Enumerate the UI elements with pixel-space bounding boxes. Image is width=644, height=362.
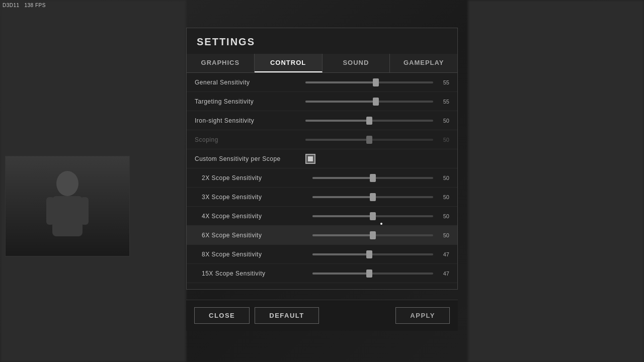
slider-value-iron-sight: 50 bbox=[437, 118, 449, 124]
slider-area-scope-8x: 47 bbox=[312, 251, 449, 257]
section-common: COMMON bbox=[187, 283, 457, 289]
row-scope-15x: 15X Scope Sensitivity 47 bbox=[187, 264, 457, 283]
slider-area-scope-2x: 50 bbox=[312, 175, 449, 181]
svg-rect-2 bbox=[46, 197, 54, 225]
settings-content: General Sensitivity 55 Targeting Sensiti… bbox=[187, 73, 457, 289]
slider-area-scope-6x: 50 bbox=[312, 232, 449, 238]
slider-track-targeting[interactable] bbox=[305, 101, 433, 103]
slider-track-scope-4x[interactable] bbox=[312, 215, 433, 217]
slider-value-general: 55 bbox=[437, 79, 449, 85]
webcam-feed bbox=[6, 156, 129, 256]
label-scoping: Scoping bbox=[195, 136, 305, 143]
slider-thumb-scope-8x[interactable] bbox=[366, 250, 372, 258]
label-scope-8x: 8X Scope Sensitivity bbox=[202, 251, 312, 258]
label-scope-6x: 6X Scope Sensitivity bbox=[202, 232, 312, 239]
label-scope-15x: 15X Scope Sensitivity bbox=[202, 270, 312, 277]
slider-area-general: 55 bbox=[305, 79, 449, 85]
label-general-sensitivity: General Sensitivity bbox=[195, 79, 305, 86]
slider-area-iron-sight: 50 bbox=[305, 118, 449, 124]
label-scope-2x: 2X Scope Sensitivity bbox=[202, 174, 312, 182]
slider-track-scope-3x[interactable] bbox=[312, 196, 433, 198]
slider-value-targeting: 55 bbox=[437, 99, 449, 105]
svg-rect-3 bbox=[80, 197, 89, 225]
slider-area-scope-4x: 50 bbox=[312, 213, 449, 219]
slider-fill-scope-3x bbox=[312, 196, 373, 198]
row-iron-sight-sensitivity: Iron-sight Sensitivity 50 bbox=[187, 111, 457, 130]
slider-thumb-scope-6x[interactable] bbox=[370, 231, 376, 239]
slider-area-scope-3x: 50 bbox=[312, 194, 449, 200]
slider-area-scoping: 50 bbox=[305, 137, 449, 143]
row-custom-sensitivity-per-scope: Custom Sensitivity per Scope bbox=[187, 149, 457, 168]
label-targeting-sensitivity: Targeting Sensitivity bbox=[195, 98, 305, 105]
tab-sound[interactable]: SOUND bbox=[323, 54, 390, 72]
row-scope-3x: 3X Scope Sensitivity 50 bbox=[187, 188, 457, 207]
slider-value-scoping: 50 bbox=[437, 137, 449, 143]
label-scope-4x: 4X Scope Sensitivity bbox=[202, 213, 312, 220]
slider-fill-scope-15x bbox=[312, 273, 369, 275]
slider-thumb-scope-4x[interactable] bbox=[370, 212, 376, 220]
row-scope-4x: 4X Scope Sensitivity 50 bbox=[187, 207, 457, 226]
settings-title: SETTINGS bbox=[187, 28, 457, 54]
slider-thumb-scope-15x[interactable] bbox=[366, 269, 372, 278]
slider-thumb-scope-2x[interactable] bbox=[370, 174, 376, 182]
label-scope-3x: 3X Scope Sensitivity bbox=[202, 194, 312, 201]
slider-area-targeting: 55 bbox=[305, 99, 449, 105]
tab-gameplay[interactable]: GAMEPLAY bbox=[390, 54, 457, 72]
row-scope-2x: 2X Scope Sensitivity 50 bbox=[187, 168, 457, 188]
slider-value-scope-4x: 50 bbox=[437, 213, 449, 219]
svg-rect-1 bbox=[52, 196, 83, 236]
slider-area-scope-15x: 47 bbox=[312, 270, 449, 277]
svg-point-0 bbox=[56, 171, 78, 196]
slider-thumb-scope-3x[interactable] bbox=[370, 193, 376, 201]
slider-fill-scope-4x bbox=[312, 215, 373, 217]
default-button[interactable]: DEFAULT bbox=[255, 307, 318, 324]
slider-track-scope-6x[interactable] bbox=[312, 234, 433, 236]
slider-thumb-scoping[interactable] bbox=[366, 136, 372, 144]
label-custom-sensitivity-per-scope: Custom Sensitivity per Scope bbox=[195, 155, 305, 162]
slider-value-scope-15x: 47 bbox=[437, 270, 449, 277]
row-general-sensitivity: General Sensitivity 55 bbox=[187, 73, 457, 92]
fps-value: 138 FPS bbox=[24, 3, 45, 8]
webcam-box bbox=[5, 156, 130, 256]
slider-track-general[interactable] bbox=[305, 81, 433, 83]
apply-button[interactable]: APPLY bbox=[395, 307, 450, 324]
slider-fill-targeting bbox=[305, 101, 376, 103]
slider-fill-iron-sight bbox=[305, 120, 369, 122]
slider-thumb-general[interactable] bbox=[373, 78, 379, 86]
settings-tabs: GRAPHICS CONTROL SOUND GAMEPLAY bbox=[187, 54, 457, 73]
checkbox-custom-sensitivity[interactable] bbox=[305, 154, 315, 164]
bg-right-panel bbox=[468, 0, 644, 362]
slider-fill-scope-2x bbox=[312, 177, 373, 179]
row-targeting-sensitivity: Targeting Sensitivity 55 bbox=[187, 92, 457, 111]
row-scoping: Scoping 50 bbox=[187, 130, 457, 149]
slider-track-scope-8x[interactable] bbox=[312, 253, 433, 255]
slider-fill-scope-6x bbox=[312, 234, 373, 236]
slider-value-scope-8x: 47 bbox=[437, 251, 449, 257]
slider-track-scope-2x[interactable] bbox=[312, 177, 433, 179]
label-iron-sight-sensitivity: Iron-sight Sensitivity bbox=[195, 117, 305, 124]
close-button[interactable]: CLOSE bbox=[194, 307, 250, 324]
slider-track-iron-sight[interactable] bbox=[305, 120, 433, 122]
tab-graphics[interactable]: GRAPHICS bbox=[187, 54, 255, 72]
slider-value-scope-3x: 50 bbox=[437, 194, 449, 200]
slider-fill-general bbox=[305, 81, 376, 83]
tab-control[interactable]: CONTROL bbox=[255, 54, 323, 72]
row-scope-6x: 6X Scope Sensitivity 50 bbox=[187, 226, 457, 245]
checkbox-area-custom-scope bbox=[305, 154, 449, 164]
slider-value-scope-2x: 50 bbox=[437, 175, 449, 181]
slider-value-scope-6x: 50 bbox=[437, 232, 449, 238]
slider-fill-scoping bbox=[305, 139, 369, 141]
slider-thumb-iron-sight[interactable] bbox=[366, 117, 372, 125]
row-scope-8x: 8X Scope Sensitivity 47 bbox=[187, 245, 457, 264]
settings-modal: SETTINGS GRAPHICS CONTROL SOUND GAMEPLAY… bbox=[186, 28, 458, 290]
renderer-label: D3D11 bbox=[3, 3, 20, 8]
slider-fill-scope-8x bbox=[312, 253, 369, 255]
settings-footer: CLOSE DEFAULT APPLY bbox=[186, 300, 458, 331]
slider-track-scope-15x[interactable] bbox=[312, 273, 433, 275]
fps-display: D3D11 138 FPS bbox=[3, 3, 46, 8]
slider-thumb-targeting[interactable] bbox=[373, 98, 379, 106]
slider-track-scoping[interactable] bbox=[305, 139, 433, 141]
